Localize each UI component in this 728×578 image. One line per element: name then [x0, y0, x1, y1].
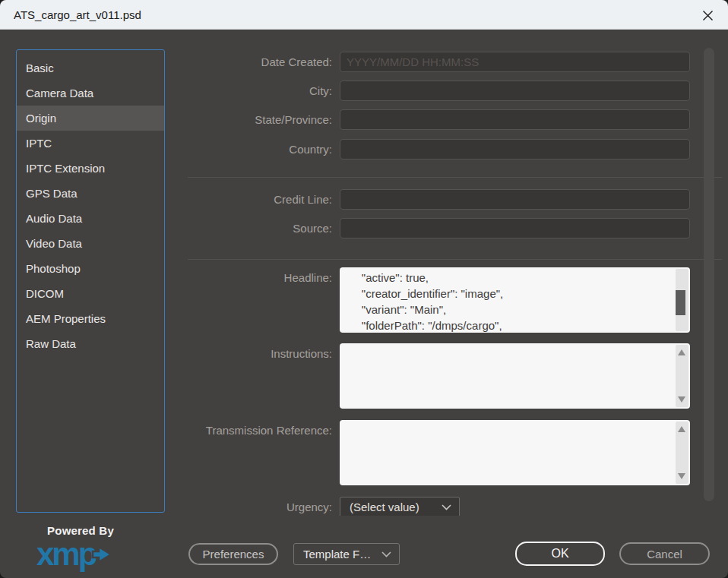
svg-text:xmp: xmp: [36, 538, 97, 572]
instructions-scrollbar[interactable]: [676, 345, 688, 407]
field-row-country: Country:: [175, 139, 707, 160]
section-divider: [188, 177, 722, 178]
city-input[interactable]: [340, 81, 690, 101]
xmp-logo-icon: xmp: [16, 538, 145, 576]
transmission-reference-textarea[interactable]: [340, 420, 690, 485]
date-created-input[interactable]: [340, 52, 690, 72]
field-row-source: Source:: [175, 218, 707, 238]
urgency-dropdown[interactable]: (Select value): [340, 497, 460, 516]
powered-by-label: Powered By: [16, 524, 145, 537]
date-created-label: Date Created:: [175, 52, 332, 72]
origin-panel: Date Created: City: State/Province: Coun…: [175, 30, 728, 516]
file-info-dialog: ATS_cargo_art_v011.psd Basic Camera Data…: [0, 0, 728, 578]
sidebar-item-basic[interactable]: Basic: [17, 55, 164, 81]
chevron-down-icon: [381, 551, 391, 557]
dialog-title: ATS_cargo_art_v011.psd: [14, 0, 141, 30]
transmission-reference-scrollbar[interactable]: [676, 422, 688, 484]
field-row-state: State/Province:: [175, 109, 707, 130]
scroll-up-icon[interactable]: [678, 349, 685, 355]
sidebar-item-iptc[interactable]: IPTC: [17, 131, 164, 156]
source-input[interactable]: [340, 218, 690, 238]
sidebar-item-dicom[interactable]: DICOM: [17, 281, 164, 306]
field-row-instructions: Instructions:: [175, 343, 707, 409]
scroll-up-icon[interactable]: [678, 426, 685, 432]
ok-button[interactable]: OK: [515, 542, 605, 566]
field-row-date-created: Date Created:: [175, 52, 707, 72]
headline-scrollbar-thumb[interactable]: [676, 290, 685, 315]
sidebar-item-origin[interactable]: Origin: [17, 106, 164, 131]
sidebar-item-iptc-extension[interactable]: IPTC Extension: [17, 156, 164, 181]
scroll-down-icon[interactable]: [678, 396, 685, 403]
section-divider: [188, 259, 722, 260]
credit-line-label: Credit Line:: [175, 189, 332, 210]
scroll-down-icon[interactable]: [678, 473, 685, 479]
dialog-titlebar: ATS_cargo_art_v011.psd: [0, 0, 728, 30]
panel-scrollbar[interactable]: [704, 48, 714, 501]
field-row-headline: Headline: "active": true, "creator_ident…: [175, 267, 707, 333]
metadata-category-list: Basic Camera Data Origin IPTC IPTC Exten…: [16, 49, 165, 513]
sidebar-item-video-data[interactable]: Video Data: [17, 231, 164, 256]
cancel-button[interactable]: Cancel: [619, 542, 710, 565]
sidebar-item-raw-data[interactable]: Raw Data: [17, 331, 164, 356]
chevron-down-icon: [442, 504, 451, 510]
instructions-label: Instructions:: [175, 343, 332, 364]
country-input[interactable]: [340, 139, 690, 160]
field-row-urgency: Urgency: (Select value): [175, 497, 707, 516]
sidebar-item-photoshop[interactable]: Photoshop: [17, 256, 164, 281]
credit-line-input[interactable]: [340, 189, 690, 210]
urgency-selected-value: (Select value): [340, 501, 442, 513]
sidebar-item-audio-data[interactable]: Audio Data: [17, 206, 164, 231]
template-dropdown-label: Template F…: [294, 548, 381, 561]
template-dropdown[interactable]: Template F…: [293, 543, 400, 565]
city-label: City:: [175, 81, 332, 101]
sidebar-item-gps-data[interactable]: GPS Data: [17, 181, 164, 206]
headline-text: "active": true, "creator_identifier": "i…: [340, 269, 673, 333]
sidebar-item-aem-properties[interactable]: AEM Properties: [17, 306, 164, 331]
field-row-city: City:: [175, 81, 707, 101]
headline-textarea[interactable]: "active": true, "creator_identifier": "i…: [340, 267, 690, 333]
powered-by-xmp: Powered By xmp: [16, 524, 145, 576]
source-label: Source:: [175, 218, 332, 238]
headline-scrollbar[interactable]: [676, 269, 688, 331]
country-label: Country:: [175, 139, 332, 160]
close-button[interactable]: [698, 5, 717, 25]
close-icon: [702, 10, 714, 21]
headline-label: Headline:: [175, 267, 332, 288]
field-row-transmission-reference: Transmission Reference:: [175, 420, 707, 485]
state-province-input[interactable]: [340, 109, 690, 130]
transmission-reference-label: Transmission Reference:: [175, 420, 332, 441]
instructions-textarea[interactable]: [340, 343, 690, 409]
urgency-label: Urgency:: [175, 497, 332, 516]
state-province-label: State/Province:: [175, 109, 332, 130]
sidebar-item-camera-data[interactable]: Camera Data: [17, 81, 164, 106]
field-row-credit-line: Credit Line:: [175, 189, 707, 210]
preferences-button[interactable]: Preferences: [188, 543, 278, 565]
